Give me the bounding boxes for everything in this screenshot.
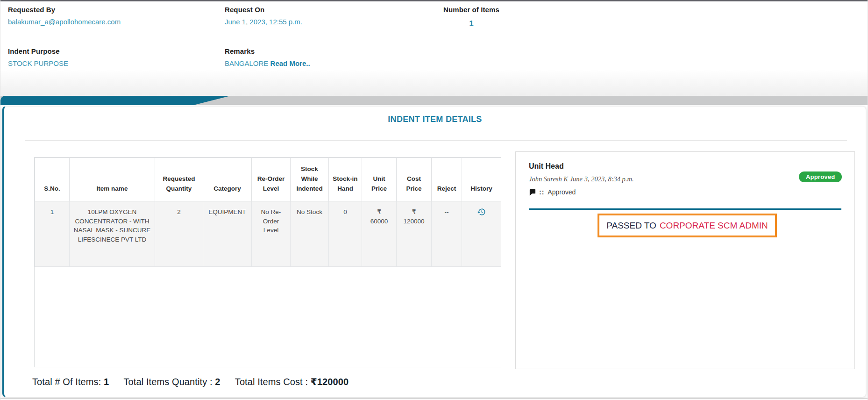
indent-detail-page: Requested By balakumar_a@apollohomecare.… bbox=[0, 0, 868, 400]
total-cost-value: ₹120000 bbox=[311, 377, 349, 387]
cell-cost-price: ₹ 120000 bbox=[397, 201, 432, 267]
remarks-label: Remarks bbox=[225, 47, 310, 55]
request-on-label: Request On bbox=[225, 6, 302, 14]
comment-text: Approved bbox=[548, 188, 576, 196]
cell-stock-in-hand: 0 bbox=[329, 201, 362, 267]
request-on-value: June 1, 2023, 12:55 p.m. bbox=[225, 18, 302, 26]
totals-summary: Total # Of Items: 1 Total Items Quantity… bbox=[32, 376, 361, 387]
comment-colons: :: bbox=[539, 188, 544, 196]
total-items-value: 1 bbox=[104, 377, 109, 387]
cell-sno: 1 bbox=[35, 201, 70, 267]
approver-byline: John Suresh K June 3, 2023, 8:34 p.m. bbox=[529, 175, 634, 183]
teal-wedge-decoration bbox=[0, 96, 230, 105]
col-header-stock-while-indented: Stock While Indented bbox=[291, 158, 329, 201]
page-title: INDENT ITEM DETAILS bbox=[4, 114, 866, 124]
title-divider bbox=[25, 140, 847, 141]
request-on-field: Request On June 1, 2023, 12:55 p.m. bbox=[225, 6, 302, 26]
number-of-items-value: 1 bbox=[434, 19, 509, 29]
indent-purpose-field: Indent Purpose STOCK PURPOSE bbox=[8, 47, 68, 67]
unit-price-amount: 60000 bbox=[366, 217, 392, 226]
number-of-items-label: Number of Items bbox=[434, 6, 509, 14]
requested-by-field: Requested By balakumar_a@apollohomecare.… bbox=[8, 6, 121, 26]
cell-unit-price: ₹ 60000 bbox=[362, 201, 397, 267]
approver-role: Unit Head bbox=[529, 162, 564, 171]
indent-summary-panel: Requested By balakumar_a@apollohomecare.… bbox=[0, 1, 868, 96]
total-items: Total # Of Items: 1 bbox=[32, 377, 109, 387]
history-restore-icon[interactable] bbox=[477, 207, 486, 216]
col-header-unit-price: Unit Price bbox=[362, 158, 397, 201]
col-header-reject: Reject bbox=[432, 158, 462, 201]
remarks-field: Remarks BANGALORE Read More.. bbox=[225, 47, 310, 67]
col-header-reorder-level: Re-Order Level bbox=[252, 158, 291, 201]
total-quantity-value: 2 bbox=[215, 377, 220, 387]
approval-comment-row: :: Approved bbox=[529, 188, 576, 196]
divider-band bbox=[0, 96, 868, 105]
col-header-sno: S.No. bbox=[35, 158, 70, 201]
comment-bubble-icon bbox=[529, 189, 536, 196]
col-header-history: History bbox=[462, 158, 501, 201]
col-header-stock-in-hand: Stock-in Hand bbox=[329, 158, 362, 201]
number-of-items-field: Number of Items 1 bbox=[434, 6, 509, 29]
cost-price-currency: ₹ bbox=[400, 207, 427, 217]
passed-to-value: CORPORATE SCM ADMIN bbox=[660, 221, 768, 231]
requested-by-label: Requested By bbox=[8, 6, 121, 14]
requested-by-value: balakumar_a@apollohomecare.com bbox=[8, 18, 121, 26]
cost-price-amount: 120000 bbox=[400, 217, 427, 226]
cell-item-name: 10LPM OXYGEN CONCENTRATOR - WITH NASAL M… bbox=[70, 201, 155, 267]
approval-divider bbox=[529, 208, 841, 210]
col-header-cost-price: Cost Price bbox=[397, 158, 432, 201]
cell-stock-while-indented: No Stock bbox=[291, 201, 329, 267]
status-badge: Approved bbox=[799, 171, 842, 182]
read-more-link[interactable]: Read More.. bbox=[270, 59, 310, 67]
cell-history bbox=[462, 201, 501, 267]
total-cost: Total Items Cost : ₹120000 bbox=[235, 377, 349, 387]
cell-reorder-level: No Re-Order Level bbox=[252, 201, 291, 267]
total-quantity: Total Items Quantity : 2 bbox=[124, 377, 221, 387]
page-bottom-divider bbox=[0, 398, 868, 399]
passed-to-box: PASSED TO CORPORATE SCM ADMIN bbox=[598, 214, 777, 237]
col-header-item-name: Item name bbox=[70, 158, 155, 201]
remarks-value: BANGALORE bbox=[225, 59, 268, 67]
cell-category: EQUIPMENT bbox=[203, 201, 252, 267]
cell-reject: -- bbox=[432, 201, 462, 267]
indent-item-details-card: INDENT ITEM DETAILS S.No. Item name Requ… bbox=[2, 106, 866, 397]
indent-purpose-value: STOCK PURPOSE bbox=[8, 59, 68, 67]
indent-purpose-label: Indent Purpose bbox=[8, 47, 68, 55]
items-table: S.No. Item name Requested Quantity Categ… bbox=[35, 157, 501, 267]
table-header-row: S.No. Item name Requested Quantity Categ… bbox=[35, 158, 501, 201]
unit-price-currency: ₹ bbox=[366, 207, 392, 217]
approval-panel: Unit Head John Suresh K June 3, 2023, 8:… bbox=[515, 151, 855, 369]
passed-to-label: PASSED TO bbox=[606, 221, 656, 231]
col-header-requested-quantity: Requested Quantity bbox=[155, 158, 203, 201]
items-table-container[interactable]: S.No. Item name Requested Quantity Categ… bbox=[34, 157, 501, 367]
col-header-category: Category bbox=[203, 158, 252, 201]
cell-requested-quantity: 2 bbox=[155, 201, 203, 267]
table-row: 1 10LPM OXYGEN CONCENTRATOR - WITH NASAL… bbox=[35, 201, 501, 267]
